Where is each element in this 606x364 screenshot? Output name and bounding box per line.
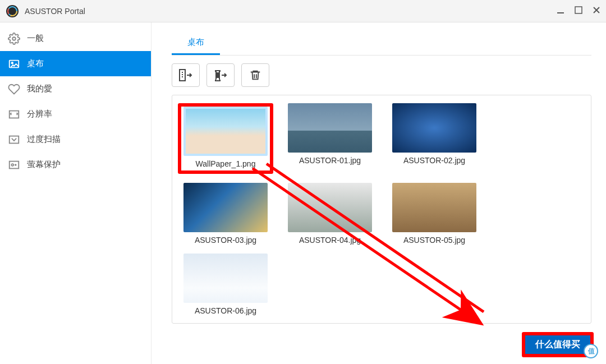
resolution-icon [8, 108, 20, 121]
close-button[interactable] [593, 6, 600, 16]
thumb-caption: ASUSTOR-02.jpg [403, 156, 465, 165]
svg-rect-17 [217, 73, 219, 77]
toolbar [172, 63, 591, 87]
wallpaper-thumb[interactable]: ASUSTOR-01.jpg [282, 103, 378, 174]
svg-point-10 [11, 62, 13, 63]
thumb-caption: ASUSTOR-05.jpg [403, 236, 465, 245]
image-icon [8, 58, 20, 70]
thumb-caption: ASUSTOR-04.jpg [299, 236, 361, 245]
sidebar-item-label: 过度扫描 [27, 134, 61, 145]
delete-button[interactable] [241, 63, 269, 87]
wallpaper-thumb[interactable]: ASUSTOR-05.jpg [387, 183, 482, 245]
sidebar-item-favorites[interactable]: 我的愛 [0, 76, 151, 102]
svg-point-15 [15, 164, 16, 165]
main-panel: 桌布 [152, 22, 606, 364]
svg-point-8 [12, 37, 16, 40]
window-title: ASUSTOR Portal [25, 7, 557, 16]
apply-button-label: 什么值得买 [535, 339, 580, 351]
apply-button[interactable]: 什么值得买 [525, 335, 590, 354]
thumb-image [392, 103, 476, 153]
thumb-image [288, 103, 372, 153]
sidebar-item-label: 萤幕保护 [27, 159, 61, 170]
svg-point-14 [11, 164, 13, 166]
import-button[interactable] [172, 63, 200, 87]
sidebar-item-overscan[interactable]: 过度扫描 [0, 127, 151, 152]
screensaver-icon [8, 159, 20, 171]
svg-rect-5 [575, 7, 582, 13]
wallpaper-thumb[interactable]: ASUSTOR-02.jpg [387, 103, 482, 174]
sidebar-item-resolution[interactable]: 分辨率 [0, 102, 151, 127]
window-controls [557, 6, 600, 16]
sidebar-item-wallpaper[interactable]: 桌布 [0, 51, 151, 76]
sidebar-item-label: 一般 [27, 33, 44, 44]
thumb-caption: WallPaper_1.png [196, 159, 256, 168]
gear-icon [8, 33, 20, 45]
sidebar: 一般 桌布 我的愛 分辨率 过度扫描 [0, 22, 152, 364]
thumb-image [288, 183, 372, 232]
thumb-image [183, 183, 268, 232]
sidebar-item-label: 我的愛 [27, 84, 52, 94]
sidebar-item-general[interactable]: 一般 [0, 26, 151, 51]
wallpaper-gallery: WallPaper_1.png ASUSTOR-01.jpg ASUSTOR-0… [172, 95, 591, 324]
thumb-image [392, 183, 476, 232]
app-icon [6, 4, 19, 18]
wallpaper-thumb[interactable]: ASUSTOR-04.jpg [282, 183, 378, 245]
wallpaper-thumb[interactable]: ASUSTOR-03.jpg [178, 183, 273, 245]
sidebar-item-label: 分辨率 [27, 109, 52, 119]
maximize-button[interactable] [575, 6, 582, 16]
wallpaper-thumb[interactable]: WallPaper_1.png [178, 103, 273, 174]
tab-wallpaper[interactable]: 桌布 [172, 33, 220, 55]
tabs: 桌布 [172, 33, 591, 56]
titlebar: ASUSTOR Portal [0, 0, 606, 22]
wallpaper-thumb[interactable]: ASUSTOR-06.jpg [178, 254, 273, 315]
heart-icon [8, 83, 20, 95]
minimize-button[interactable] [557, 6, 564, 16]
overscan-icon [8, 133, 20, 146]
thumb-caption: ASUSTOR-03.jpg [195, 236, 256, 245]
sidebar-item-label: 桌布 [27, 58, 44, 69]
sidebar-item-screensaver[interactable]: 萤幕保护 [0, 152, 151, 177]
export-button[interactable] [206, 63, 235, 87]
svg-rect-12 [10, 136, 19, 143]
thumb-image [183, 107, 268, 156]
thumb-caption: ASUSTOR-06.jpg [195, 306, 256, 315]
thumb-caption: ASUSTOR-01.jpg [299, 156, 361, 165]
thumb-image [183, 254, 268, 303]
apply-button-highlight: 什么值得买 [522, 332, 594, 357]
